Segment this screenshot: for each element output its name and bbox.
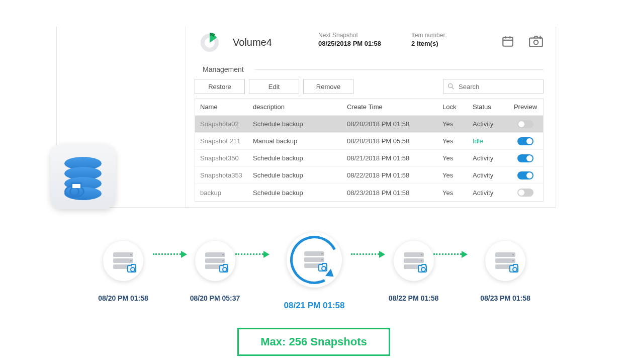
cell-name: Snapshot 211	[195, 137, 248, 145]
timeline-arrow	[235, 253, 266, 255]
restore-button[interactable]: Restore	[195, 79, 245, 94]
cell-lock: Yes	[437, 120, 468, 128]
snapshot-node-icon	[485, 241, 525, 281]
cell-description: Schedule backup	[248, 154, 342, 162]
cell-create-time: 08/21/2018 PM 01:58	[342, 154, 437, 162]
cell-lock: Yes	[437, 154, 468, 162]
timeline-label: 08/20 PM 05:37	[190, 294, 240, 302]
cell-create-time: 08/20/2018 PM 05:58	[342, 137, 437, 145]
col-lock[interactable]: Lock	[437, 103, 468, 111]
svg-point-5	[449, 84, 453, 88]
cell-status: Activity	[468, 120, 508, 128]
col-status[interactable]: Status	[468, 103, 508, 111]
cell-status: Activity	[468, 171, 508, 179]
timeline-node[interactable]: 08/20 PM 05:37	[188, 241, 243, 302]
next-snapshot-block: Next Snapshot 08/25/2018 PM 01:58	[318, 32, 381, 47]
cell-lock: Yes	[437, 189, 468, 197]
col-preview[interactable]: Preview	[508, 103, 543, 111]
cell-lock: Yes	[437, 137, 468, 145]
item-count-label: Item number:	[411, 32, 447, 39]
timeline-node[interactable]: 08/20 PM 01:58	[96, 241, 151, 302]
preview-toggle[interactable]	[517, 154, 533, 162]
cell-description: Schedule backup	[248, 171, 342, 179]
snapshot-table: Name description Create Time Lock Status…	[195, 98, 544, 202]
cell-description: Schedule backup	[248, 120, 342, 128]
add-snapshot-icon[interactable]	[528, 35, 544, 50]
panel-content: Volume4 Next Snapshot 08/25/2018 PM 01:5…	[186, 27, 556, 207]
server-icon	[404, 252, 424, 269]
cell-create-time: 08/23/2018 PM 01:58	[342, 189, 437, 197]
toolbar: Restore Edit Remove	[195, 79, 544, 94]
search-wrap	[443, 79, 544, 94]
table-row[interactable]: Snapshot350Schedule backup08/21/2018 PM …	[195, 150, 543, 167]
table-row[interactable]: Snapshota353Schedule backup08/22/2018 PM…	[195, 167, 543, 184]
calendar-icon[interactable]	[501, 35, 514, 50]
timeline-arrow	[351, 253, 382, 255]
cell-create-time: 08/20/2018 PM 01:58	[342, 120, 437, 128]
cell-description: Schedule backup	[248, 189, 342, 197]
cell-preview	[508, 137, 543, 145]
table-row[interactable]: Snapshota02Schedule backup08/20/2018 PM …	[195, 116, 543, 133]
timeline-label: 08/22 PM 01:58	[389, 294, 439, 302]
camera-icon	[318, 264, 327, 271]
cell-name: backup	[195, 189, 248, 197]
cell-status: Activity	[468, 189, 508, 197]
search-input[interactable]	[443, 79, 544, 94]
camera-icon	[509, 265, 518, 272]
remove-button[interactable]: Remove	[303, 79, 353, 94]
snapshot-node-icon	[394, 241, 434, 281]
cell-status: Activity	[468, 154, 508, 162]
section-heading: Management	[195, 65, 544, 74]
timeline-label: 08/20 PM 01:58	[98, 294, 148, 302]
item-count-block: Item number: 2 Item(s)	[411, 32, 447, 47]
cell-description: Manual backup	[248, 137, 342, 145]
col-create-time[interactable]: Create Time	[342, 103, 437, 111]
cell-name: Snapshot350	[195, 154, 248, 162]
table-header: Name description Create Time Lock Status…	[195, 99, 543, 116]
timeline-node[interactable]: 08/23 PM 01:58	[478, 241, 533, 302]
app-icon	[50, 144, 116, 209]
preview-toggle[interactable]	[517, 120, 533, 128]
col-description[interactable]: description	[248, 103, 342, 111]
cell-preview	[508, 120, 543, 128]
cell-create-time: 08/22/2018 PM 01:58	[342, 171, 437, 179]
table-row[interactable]: Snapshot 211Manual backup08/20/2018 PM 0…	[195, 133, 543, 150]
server-icon	[205, 252, 225, 269]
server-icon	[495, 252, 515, 269]
timeline-label: 08/21 PM 01:58	[284, 301, 345, 311]
snapshot-node-icon	[287, 232, 342, 288]
preview-toggle[interactable]	[517, 189, 533, 197]
svg-rect-3	[529, 38, 543, 47]
next-snapshot-value: 08/25/2018 PM 01:58	[318, 40, 381, 47]
database-stack-icon	[64, 157, 102, 196]
volume-title: Volume4	[233, 37, 318, 48]
snapshot-panel: Volume4 Next Snapshot 08/25/2018 PM 01:5…	[56, 27, 556, 208]
col-name[interactable]: Name	[195, 103, 248, 111]
volume-header: Volume4 Next Snapshot 08/25/2018 PM 01:5…	[195, 27, 544, 63]
svg-rect-2	[503, 37, 513, 46]
item-count-value: 2 Item(s)	[411, 40, 447, 47]
cell-name: Snapshota353	[195, 171, 248, 179]
snapshot-node-icon	[103, 241, 143, 281]
snapshot-timeline: 08/20 PM 01:5808/20 PM 05:3708/21 PM 01:…	[96, 232, 533, 311]
cell-lock: Yes	[437, 171, 468, 179]
timeline-label: 08/23 PM 01:58	[480, 294, 530, 302]
timeline-arrow	[433, 253, 465, 255]
camera-icon	[219, 265, 228, 272]
max-snapshots-box: Max: 256 Snapshots	[237, 328, 390, 356]
camera-icon	[418, 265, 427, 272]
timeline-node[interactable]: 08/22 PM 01:58	[386, 241, 441, 302]
edit-button[interactable]: Edit	[249, 79, 299, 94]
volume-pie-icon	[199, 32, 221, 54]
timeline-node[interactable]: 08/21 PM 01:58	[279, 232, 349, 311]
table-row[interactable]: backupSchedule backup08/23/2018 PM 01:58…	[195, 184, 543, 201]
cell-name: Snapshota02	[195, 120, 248, 128]
server-icon	[113, 252, 133, 269]
snapshot-node-icon	[195, 241, 235, 281]
cell-preview	[508, 189, 543, 197]
next-snapshot-label: Next Snapshot	[318, 32, 381, 39]
timeline-arrow	[153, 253, 184, 255]
preview-toggle[interactable]	[517, 137, 533, 145]
preview-toggle[interactable]	[517, 171, 533, 179]
cell-status: Idle	[468, 137, 508, 145]
